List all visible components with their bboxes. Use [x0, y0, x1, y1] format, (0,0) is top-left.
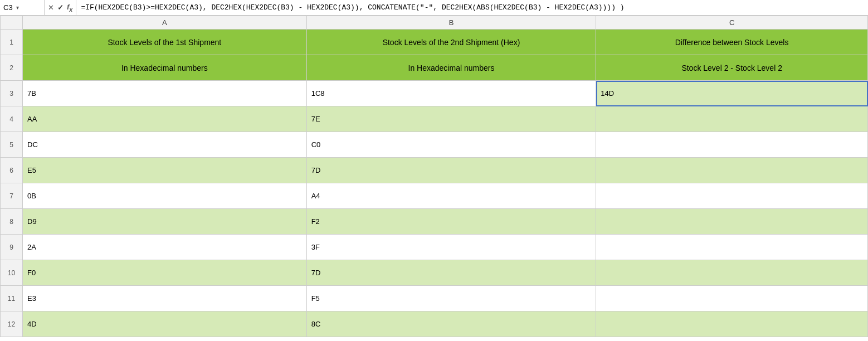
row-number-7: 7 — [1, 183, 23, 209]
data-cell-r4-c1[interactable]: 7E — [306, 106, 596, 132]
table-row: 8D9F2 — [1, 209, 868, 235]
insert-function-icon[interactable]: fx — [67, 3, 72, 13]
data-cell-r12-c1[interactable]: 8C — [306, 311, 596, 337]
row-number-2: 2 — [1, 55, 23, 81]
data-cell-r10-c2[interactable] — [596, 260, 868, 286]
table-row: 6E57D — [1, 158, 868, 183]
header-cell-r2-c2[interactable]: Stock Level 2 - Stock Level 2 — [596, 55, 868, 81]
col-header-c[interactable]: C — [596, 16, 868, 30]
formula-bar: C3 ▾ ✕ ✓ fx =IF(HEX2DEC(B3)>=HEX2DEC(A3)… — [0, 0, 868, 16]
data-cell-r6-c2[interactable] — [596, 158, 868, 183]
data-cell-r9-c2[interactable] — [596, 235, 868, 260]
table-row: 5DCC0 — [1, 132, 868, 158]
table-row: 37B1C814D — [1, 81, 868, 106]
data-cell-r11-c0[interactable]: E3 — [23, 286, 307, 311]
data-cell-r5-c2[interactable] — [596, 132, 868, 158]
data-cell-r8-c0[interactable]: D9 — [23, 209, 307, 235]
confirm-formula-icon[interactable]: ✓ — [57, 3, 64, 12]
corner-cell — [1, 16, 23, 30]
data-cell-r5-c1[interactable]: C0 — [306, 132, 596, 158]
column-headers-row: A B C — [1, 16, 868, 30]
data-cell-r12-c0[interactable]: 4D — [23, 311, 307, 337]
data-cell-r7-c0[interactable]: 0B — [23, 183, 307, 209]
data-cell-r7-c1[interactable]: A4 — [306, 183, 596, 209]
table-row: 92A3F — [1, 235, 868, 260]
row-number-12: 12 — [1, 311, 23, 337]
data-cell-r11-c2[interactable] — [596, 286, 868, 311]
row-number-8: 8 — [1, 209, 23, 235]
data-cell-r5-c0[interactable]: DC — [23, 132, 307, 158]
header-cell-r1-c0[interactable]: Stock Levels of the 1st Shipment — [23, 30, 307, 55]
row-number-9: 9 — [1, 235, 23, 260]
data-cell-r10-c0[interactable]: F0 — [23, 260, 307, 286]
col-header-b[interactable]: B — [306, 16, 596, 30]
row-number-1: 1 — [1, 30, 23, 55]
data-cell-r7-c2[interactable] — [596, 183, 868, 209]
data-cell-r6-c1[interactable]: 7D — [306, 158, 596, 183]
formula-icons-group: ✕ ✓ fx — [45, 0, 76, 15]
table-row: 2In Hexadecimal numbersIn Hexadecimal nu… — [1, 55, 868, 81]
row-number-5: 5 — [1, 132, 23, 158]
table-row: 1Stock Levels of the 1st ShipmentStock L… — [1, 30, 868, 55]
cancel-formula-icon[interactable]: ✕ — [48, 3, 54, 12]
data-cell-r6-c0[interactable]: E5 — [23, 158, 307, 183]
data-cell-r3-c1[interactable]: 1C8 — [306, 81, 596, 106]
data-cell-r3-c2[interactable]: 14D — [596, 81, 868, 106]
table-row: 4AA7E — [1, 106, 868, 132]
table-row: 124D8C — [1, 311, 868, 337]
table-row: 10F07D — [1, 260, 868, 286]
col-header-a[interactable]: A — [23, 16, 307, 30]
cell-reference-box[interactable]: C3 ▾ — [0, 0, 45, 15]
cell-ref-dropdown-icon[interactable]: ▾ — [16, 4, 19, 11]
row-number-4: 4 — [1, 106, 23, 132]
header-cell-r1-c2[interactable]: Difference between Stock Levels — [596, 30, 868, 55]
table-row: 11E3F5 — [1, 286, 868, 311]
data-cell-r9-c1[interactable]: 3F — [306, 235, 596, 260]
header-cell-r1-c1[interactable]: Stock Levels of the 2nd Shipment (Hex) — [306, 30, 596, 55]
table-row: 70BA4 — [1, 183, 868, 209]
row-number-11: 11 — [1, 286, 23, 311]
row-number-3: 3 — [1, 81, 23, 106]
data-cell-r10-c1[interactable]: 7D — [306, 260, 596, 286]
cell-reference-label: C3 — [3, 3, 13, 12]
row-number-10: 10 — [1, 260, 23, 286]
spreadsheet-grid: A B C 1Stock Levels of the 1st ShipmentS… — [0, 16, 868, 337]
data-cell-r12-c2[interactable] — [596, 311, 868, 337]
data-cell-r4-c2[interactable] — [596, 106, 868, 132]
header-cell-r2-c1[interactable]: In Hexadecimal numbers — [306, 55, 596, 81]
data-cell-r8-c2[interactable] — [596, 209, 868, 235]
data-cell-r3-c0[interactable]: 7B — [23, 81, 307, 106]
data-cell-r9-c0[interactable]: 2A — [23, 235, 307, 260]
row-number-6: 6 — [1, 158, 23, 183]
spreadsheet-table: A B C 1Stock Levels of the 1st ShipmentS… — [0, 16, 868, 337]
data-cell-r8-c1[interactable]: F2 — [306, 209, 596, 235]
data-cell-r4-c0[interactable]: AA — [23, 106, 307, 132]
formula-input[interactable]: =IF(HEX2DEC(B3)>=HEX2DEC(A3), DEC2HEX(HE… — [76, 3, 868, 12]
data-cell-r11-c1[interactable]: F5 — [306, 286, 596, 311]
header-cell-r2-c0[interactable]: In Hexadecimal numbers — [23, 55, 307, 81]
